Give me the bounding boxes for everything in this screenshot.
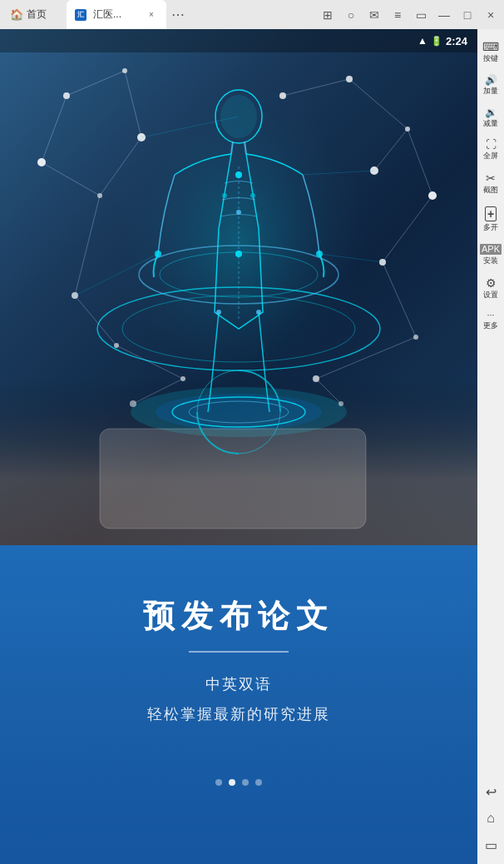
- multiopen-label: 多开: [483, 223, 498, 232]
- dot-1[interactable]: [215, 779, 222, 786]
- sidebar-back-button[interactable]: ↩: [478, 779, 503, 804]
- subtitle-line1: 中英双语: [205, 676, 272, 693]
- keyboard-icon: ⌨: [482, 41, 499, 52]
- tab-bar: 🏠 首页 汇 汇医... × ⋯: [0, 0, 314, 29]
- keyboard-label: 按键: [483, 54, 498, 63]
- svg-point-17: [222, 193, 227, 198]
- svg-point-18: [250, 193, 255, 198]
- dot-3[interactable]: [242, 779, 249, 786]
- time-display: 2:24: [446, 35, 467, 47]
- svg-line-51: [408, 129, 432, 196]
- sidebar-multiopen-button[interactable]: + 多开: [478, 201, 503, 237]
- battery-icon: 🔋: [431, 36, 442, 47]
- content-section: 预发布论文 中英双语 轻松掌握最新的研究进展: [0, 545, 477, 864]
- svg-line-42: [67, 71, 125, 96]
- volume-down-icon: 🔉: [485, 107, 497, 117]
- fullscreen-label: 全屏: [483, 151, 498, 161]
- volume-up-icon: 🔊: [485, 75, 497, 85]
- subtitle-line2: 轻松掌握最新的研究进展: [147, 706, 330, 722]
- mail-icon[interactable]: ✉: [366, 7, 383, 23]
- svg-point-15: [235, 171, 242, 178]
- status-icons: ▲ 🔋 2:24: [418, 35, 467, 47]
- home-nav-icon: ⌂: [487, 811, 495, 826]
- install-icon: APK: [480, 244, 502, 255]
- tab-favicon: 汇: [75, 9, 86, 21]
- settings-icon: ⚙: [486, 277, 497, 289]
- dot-4[interactable]: [255, 779, 262, 786]
- sidebar-volume-down-button[interactable]: 🔉 减量: [478, 102, 503, 133]
- svg-rect-63: [100, 429, 366, 529]
- sidebar-more-button[interactable]: ··· 更多: [478, 305, 503, 335]
- more-label: 更多: [483, 321, 498, 330]
- settings-label: 设置: [483, 290, 498, 300]
- tab-active-label: 汇医...: [93, 7, 121, 22]
- tab-home-label: 首页: [27, 7, 47, 22]
- subtitle: 中英双语 轻松掌握最新的研究进展: [147, 669, 330, 729]
- svg-point-21: [256, 310, 261, 315]
- sidebar-recent-button[interactable]: ▭: [478, 832, 503, 857]
- minimize-button[interactable]: —: [436, 7, 452, 23]
- close-button[interactable]: ×: [482, 7, 499, 23]
- svg-point-16: [236, 210, 241, 215]
- main-container: ▲ 🔋 2:24: [0, 29, 504, 864]
- volume-up-label: 加量: [483, 87, 498, 96]
- install-label: 安装: [483, 256, 498, 266]
- volume-down-label: 减量: [483, 119, 498, 128]
- dot-2[interactable]: [229, 779, 235, 786]
- tab-active[interactable]: 汇 汇医... ×: [67, 0, 166, 29]
- multiopen-icon: +: [485, 206, 497, 221]
- browser-controls: ⊞ ○ ✉ ≡ ▭ — □ ×: [314, 7, 504, 23]
- scissors-icon: ✂: [486, 172, 496, 184]
- sidebar-screenshot-button[interactable]: ✂ 截图: [478, 167, 503, 200]
- svg-line-43: [42, 96, 67, 162]
- sidebar-keyboard-button[interactable]: ⌨ 按键: [478, 36, 503, 68]
- more-icon: ···: [487, 310, 494, 320]
- home-icon: 🏠: [10, 8, 23, 21]
- back-icon: ↩: [486, 784, 497, 800]
- sidebar-install-button[interactable]: APK 安装: [478, 239, 503, 271]
- status-bar: ▲ 🔋 2:24: [0, 29, 477, 52]
- svg-point-19: [235, 251, 242, 257]
- svg-point-20: [216, 310, 221, 315]
- sidebar-settings-button[interactable]: ⚙ 设置: [478, 272, 503, 305]
- tab-close-button[interactable]: ×: [145, 8, 158, 22]
- gamepad-icon[interactable]: ⊞: [319, 7, 336, 23]
- hero-section: [0, 29, 477, 545]
- tab-more-button[interactable]: ⋯: [166, 3, 190, 27]
- menu-icon[interactable]: ≡: [389, 7, 406, 23]
- app-area: ▲ 🔋 2:24: [0, 29, 477, 864]
- maximize-button[interactable]: □: [459, 7, 476, 23]
- browser-chrome: 🏠 首页 汇 汇医... × ⋯ ⊞ ○ ✉ ≡ ▭ — □ ×: [0, 0, 504, 29]
- window-icon[interactable]: ▭: [413, 7, 429, 23]
- person-icon[interactable]: ○: [343, 7, 359, 23]
- main-title: 预发布论文: [143, 595, 334, 638]
- sidebar-volume-up-button[interactable]: 🔊 加量: [478, 70, 503, 101]
- sidebar-home-button[interactable]: ⌂: [478, 806, 503, 831]
- svg-point-7: [156, 394, 322, 430]
- svg-line-52: [374, 129, 408, 171]
- fullscreen-icon: ⛶: [486, 139, 497, 150]
- title-divider: [189, 651, 289, 653]
- tab-home[interactable]: 🏠 首页: [0, 0, 67, 29]
- wifi-icon: ▲: [418, 35, 427, 47]
- pagination-dots: [215, 779, 262, 786]
- sidebar-fullscreen-button[interactable]: ⛶ 全屏: [478, 134, 503, 166]
- recent-icon: ▭: [485, 837, 497, 853]
- dot-network-svg: [0, 29, 477, 545]
- screenshot-label: 截图: [483, 186, 498, 195]
- right-sidebar: ⌨ 按键 🔊 加量 🔉 减量 ⛶ 全屏 ✂ 截图 + 多开: [477, 29, 504, 864]
